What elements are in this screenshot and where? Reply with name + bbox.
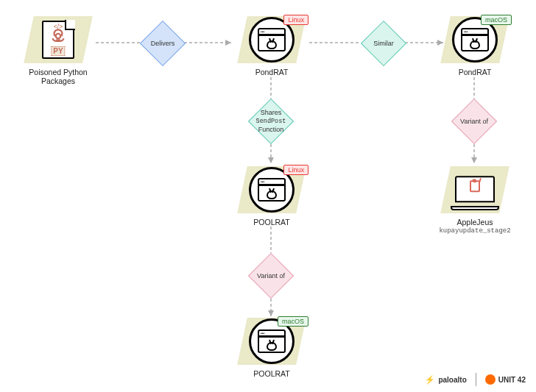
os-tag-macos: macOS (481, 15, 512, 25)
edge-variant-right: Variant of (451, 99, 497, 144)
node-pondrat-linux: ••• Linux PondRAT (231, 16, 312, 76)
svg-marker-14 (471, 157, 477, 163)
node-label: AppleJeus (434, 218, 515, 227)
footer-branding: ⚡ paloalto UNIT 42 (425, 373, 526, 386)
unit42-icon (485, 374, 496, 385)
edge-label: Similar (362, 40, 406, 48)
node-label: POOLRAT (231, 218, 312, 227)
os-tag-linux: Linux (283, 15, 308, 25)
edge-label: Variant of (452, 118, 496, 126)
svg-point-15 (56, 34, 61, 39)
svg-marker-11 (268, 310, 274, 316)
node-label: POOLRAT (231, 369, 312, 378)
laptop-icon (445, 166, 504, 213)
edge-shares-sendpost: Shares SendPost Function (248, 99, 294, 144)
node-label: Poisoned Python Packages (18, 68, 99, 85)
node-pondrat-macos: ••• macOS PondRAT (434, 16, 515, 76)
edge-label: Variant of (249, 272, 293, 280)
diagram-canvas: </> PY Poisoned Python Packages Delivers… (0, 0, 536, 392)
brand-paloalto: ⚡ paloalto (425, 375, 466, 385)
edge-delivers: Delivers (140, 21, 186, 66)
os-tag-macos: macOS (278, 316, 308, 327)
footer-separator (476, 373, 476, 386)
poisoned-package-icon: </> PY (29, 16, 88, 63)
brand-text: paloalto (438, 376, 466, 384)
brand-text: UNIT 42 (498, 376, 526, 384)
node-poolrat-macos: ••• macOS POOLRAT (231, 318, 312, 378)
edge-label: Shares SendPost Function (249, 109, 293, 134)
node-sublabel: kupayupdate_stage2 (434, 227, 515, 235)
brand-unit42: UNIT 42 (485, 374, 526, 385)
juice-box-icon (468, 180, 482, 195)
node-poisoned-packages: </> PY Poisoned Python Packages (18, 16, 99, 85)
edge-variant-center: Variant of (248, 253, 294, 299)
biohazard-icon (49, 26, 68, 46)
node-applejeus: AppleJeus kupayupdate_stage2 (434, 166, 515, 235)
svg-marker-2 (225, 40, 231, 46)
edge-label: Delivers (141, 40, 185, 48)
os-tag-linux: Linux (283, 165, 308, 175)
node-label: PondRAT (434, 68, 515, 76)
node-poolrat-linux: ••• Linux POOLRAT (231, 166, 312, 227)
py-tag: PY (51, 46, 65, 56)
edge-similar: Similar (361, 21, 406, 66)
paloalto-icon: ⚡ (425, 375, 435, 385)
node-label: PondRAT (231, 68, 312, 76)
svg-marker-8 (268, 157, 274, 163)
